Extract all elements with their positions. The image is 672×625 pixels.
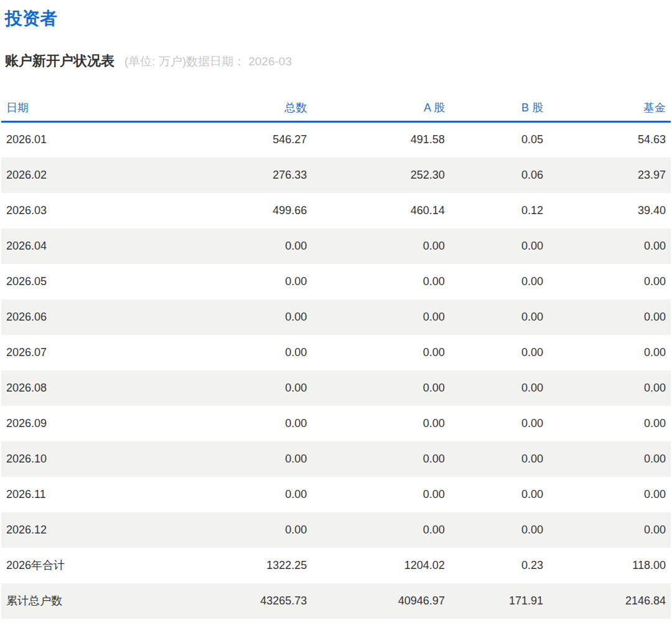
unit-label: (单位: 万户) — [124, 55, 186, 68]
table-row: 2026.03499.66460.140.1239.40 — [1, 193, 671, 228]
cell-a-share: 0.00 — [312, 406, 450, 441]
cell-a-share: 0.00 — [312, 228, 450, 264]
table-row: 2026.060.000.000.000.00 — [1, 299, 671, 335]
data-date-label: 数据日期： — [186, 55, 245, 68]
table-body: 2026.01546.27491.580.0554.632026.02276.3… — [1, 122, 671, 619]
table-row: 2026.070.000.000.000.00 — [1, 335, 671, 370]
cell-a-share: 40946.97 — [312, 583, 450, 619]
column-header-b-share: B 股 — [450, 85, 548, 122]
cell-fund: 39.40 — [548, 193, 671, 228]
row-label: 2026.03 — [1, 193, 175, 228]
row-label: 2026.11 — [1, 477, 175, 512]
row-label: 2026年合计 — [1, 548, 175, 583]
table-row: 2026.120.000.000.000.00 — [1, 512, 671, 548]
cell-total: 0.00 — [175, 299, 312, 335]
cell-a-share: 0.00 — [312, 264, 450, 299]
cell-b-share: 0.00 — [450, 512, 548, 548]
cell-total: 0.00 — [175, 406, 312, 441]
table-row: 累计总户数43265.7340946.97171.912146.84 — [1, 583, 671, 619]
cell-b-share: 0.00 — [450, 264, 548, 299]
cell-b-share: 0.00 — [450, 335, 548, 370]
column-header-date: 日期 — [1, 85, 175, 122]
table-row: 2026.080.000.000.000.00 — [1, 370, 671, 406]
cell-a-share: 0.00 — [312, 477, 450, 512]
row-label: 2026.07 — [1, 335, 175, 370]
cell-total: 0.00 — [175, 477, 312, 512]
cell-fund: 0.00 — [548, 335, 671, 370]
cell-total: 276.33 — [175, 157, 312, 193]
cell-fund: 0.00 — [548, 264, 671, 299]
cell-fund: 0.00 — [548, 370, 671, 406]
cell-fund: 54.63 — [548, 122, 671, 157]
cell-b-share: 0.00 — [450, 228, 548, 264]
cell-fund: 0.00 — [548, 477, 671, 512]
row-label: 2026.04 — [1, 228, 175, 264]
cell-b-share: 0.00 — [450, 477, 548, 512]
cell-a-share: 1204.02 — [312, 548, 450, 583]
cell-total: 1322.25 — [175, 548, 312, 583]
table-head: 日期总数A 股B 股基金 — [1, 85, 671, 122]
cell-total: 0.00 — [175, 335, 312, 370]
row-label: 2026.10 — [1, 441, 175, 477]
table-row: 2026年合计1322.251204.020.23118.00 — [1, 548, 671, 583]
table-row: 2026.02276.33252.300.0623.97 — [1, 157, 671, 193]
cell-fund: 23.97 — [548, 157, 671, 193]
table-row: 2026.110.000.000.000.00 — [1, 477, 671, 512]
cell-total: 0.00 — [175, 441, 312, 477]
table-caption: 账户新开户状况表(单位: 万户)数据日期：2026-03 — [1, 29, 671, 70]
column-header-a-share: A 股 — [312, 85, 450, 122]
cell-fund: 0.00 — [548, 441, 671, 477]
cell-fund: 0.00 — [548, 406, 671, 441]
row-label: 2026.09 — [1, 406, 175, 441]
cell-a-share: 0.00 — [312, 335, 450, 370]
cell-a-share: 0.00 — [312, 512, 450, 548]
cell-total: 0.00 — [175, 512, 312, 548]
cell-total: 43265.73 — [175, 583, 312, 619]
cell-b-share: 0.00 — [450, 406, 548, 441]
cell-total: 546.27 — [175, 122, 312, 157]
cell-b-share: 0.00 — [450, 299, 548, 335]
table-title: 账户新开户状况表 — [5, 53, 114, 68]
column-header-total: 总数 — [175, 85, 312, 122]
row-label: 2026.05 — [1, 264, 175, 299]
cell-b-share: 0.23 — [450, 548, 548, 583]
row-label: 累计总户数 — [1, 583, 175, 619]
cell-fund: 118.00 — [548, 548, 671, 583]
cell-a-share: 491.58 — [312, 122, 450, 157]
cell-a-share: 0.00 — [312, 370, 450, 406]
cell-a-share: 0.00 — [312, 441, 450, 477]
row-label: 2026.12 — [1, 512, 175, 548]
cell-a-share: 252.30 — [312, 157, 450, 193]
cell-total: 0.00 — [175, 264, 312, 299]
data-date-value: 2026-03 — [248, 55, 292, 68]
new-account-table: 日期总数A 股B 股基金 2026.01546.27491.580.0554.6… — [1, 85, 671, 619]
row-label: 2026.02 — [1, 157, 175, 193]
cell-a-share: 0.00 — [312, 299, 450, 335]
row-label: 2026.08 — [1, 370, 175, 406]
table-row: 2026.100.000.000.000.00 — [1, 441, 671, 477]
table-row: 2026.050.000.000.000.00 — [1, 264, 671, 299]
cell-total: 0.00 — [175, 228, 312, 264]
row-label: 2026.01 — [1, 122, 175, 157]
cell-b-share: 171.91 — [450, 583, 548, 619]
cell-b-share: 0.00 — [450, 441, 548, 477]
cell-fund: 0.00 — [548, 299, 671, 335]
cell-b-share: 0.12 — [450, 193, 548, 228]
cell-a-share: 460.14 — [312, 193, 450, 228]
cell-b-share: 0.00 — [450, 370, 548, 406]
table-row: 2026.090.000.000.000.00 — [1, 406, 671, 441]
row-label: 2026.06 — [1, 299, 175, 335]
cell-fund: 0.00 — [548, 512, 671, 548]
table-header-row: 日期总数A 股B 股基金 — [1, 85, 671, 122]
page-title: 投资者 — [1, 0, 671, 29]
table-row: 2026.040.000.000.000.00 — [1, 228, 671, 264]
cell-fund: 2146.84 — [548, 583, 671, 619]
cell-total: 499.66 — [175, 193, 312, 228]
cell-total: 0.00 — [175, 370, 312, 406]
table-row: 2026.01546.27491.580.0554.63 — [1, 122, 671, 157]
cell-fund: 0.00 — [548, 228, 671, 264]
cell-b-share: 0.05 — [450, 122, 548, 157]
column-header-fund: 基金 — [548, 85, 671, 122]
page: 投资者 账户新开户状况表(单位: 万户)数据日期：2026-03 日期总数A 股… — [0, 0, 672, 619]
cell-b-share: 0.06 — [450, 157, 548, 193]
